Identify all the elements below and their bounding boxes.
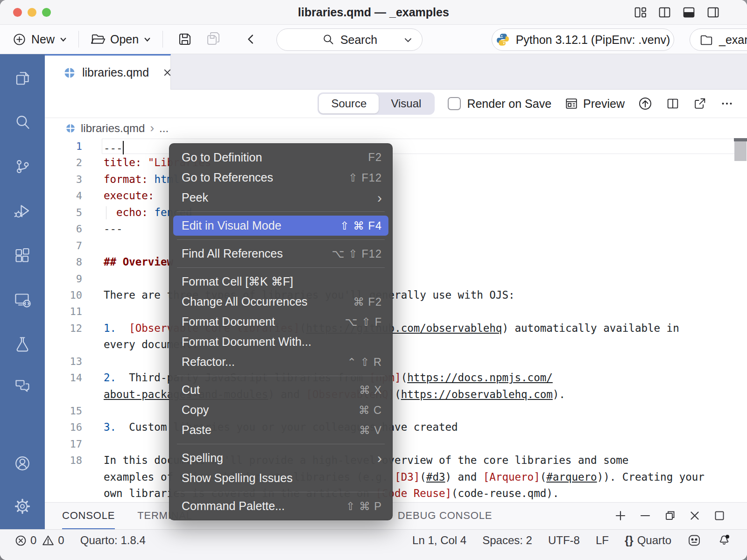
code-row[interactable]: 9 (45, 271, 747, 287)
sidebar-item-comments-icon[interactable] (13, 377, 32, 395)
customize-layout-icon[interactable] (634, 6, 647, 19)
code-row[interactable]: 3format: html (45, 171, 747, 188)
breadcrumb-more[interactable]: ... (159, 122, 169, 135)
new-file-button[interactable]: New (12, 32, 67, 47)
code-row[interactable]: 7 (45, 238, 747, 254)
preview-button[interactable]: Preview (564, 97, 625, 111)
code-row[interactable]: 13 (45, 353, 747, 370)
new-console-plus-icon[interactable] (613, 509, 627, 523)
code-row[interactable]: 11 (45, 303, 747, 320)
menu-item-spelling[interactable]: Spelling› (169, 448, 392, 468)
quarto-version[interactable]: Quarto: 1.8.4 (80, 534, 146, 547)
menu-item-edit-in-visual-mode[interactable]: Edit in Visual Mode⇧ ⌘ F4 (173, 216, 388, 236)
sidebar-item-source-control-icon[interactable] (13, 157, 32, 176)
menu-item-show-spelling-issues[interactable]: Show Spelling Issues (169, 468, 392, 488)
problems-warnings[interactable]: 0 (42, 534, 64, 547)
editor-scrollbar[interactable] (734, 141, 747, 161)
code-row[interactable]: 6--- (45, 221, 747, 237)
save-icon[interactable] (177, 31, 193, 47)
menu-item-change-all-occurrences[interactable]: Change All Occurrences⌘ F2 (169, 292, 392, 312)
submenu-arrow-icon: › (377, 191, 382, 205)
menu-item-find-all-references[interactable]: Find All References⌥ ⇧ F12 (169, 244, 392, 264)
project-selector[interactable]: _examples (690, 28, 747, 51)
interpreter-selector[interactable]: Python 3.12.1 (PipEnv: .venv) (492, 28, 674, 51)
overview-ruler-decoration (734, 138, 747, 141)
chevron-down-icon[interactable] (403, 36, 413, 44)
sidebar-item-run-debug-icon[interactable] (13, 202, 32, 220)
source-mode-button[interactable]: Source (319, 94, 379, 113)
notifications-bell-icon[interactable] (717, 533, 731, 547)
sidebar-item-account-icon[interactable] (13, 454, 32, 473)
menu-item-refactor[interactable]: Refactor...⌃ ⇧ R (169, 352, 392, 372)
cursor-position[interactable]: Ln 1, Col 4 (412, 534, 466, 547)
panel-bar: CONSOLETERMINALDEBUG CONSOLE (45, 502, 747, 529)
tab-libraries-qmd[interactable]: libraries.qmd (45, 54, 171, 90)
language-mode[interactable]: {} Quarto (625, 534, 671, 547)
close-panel-icon[interactable] (688, 509, 702, 523)
open-external-icon[interactable] (693, 97, 707, 111)
menu-item-copy[interactable]: Copy⌘ C (169, 400, 392, 420)
code-row[interactable]: examples of using third-party libraries … (45, 469, 747, 485)
code-row[interactable]: 5 echo: fenced (45, 204, 747, 221)
more-actions-icon[interactable] (720, 97, 734, 111)
sidebar-item-search-icon[interactable] (13, 113, 32, 132)
close-tab-icon[interactable] (162, 67, 173, 78)
context-menu: Go to DefinitionF2Go to References⇧ F12P… (169, 143, 393, 520)
code-row[interactable]: own libraries is covered in the article … (45, 485, 747, 502)
menu-item-format-cell-k-f[interactable]: Format Cell [⌘K ⌘F] (169, 272, 392, 292)
split-editor-icon[interactable] (658, 6, 671, 19)
code-row[interactable]: 8## Overview (45, 254, 747, 270)
code-row[interactable]: 4execute: (45, 188, 747, 204)
menu-item-go-to-definition[interactable]: Go to DefinitionF2 (169, 147, 392, 168)
circle-plus-icon (12, 32, 27, 47)
render-publish-icon[interactable] (638, 96, 653, 111)
code-row[interactable]: 1--- (45, 138, 747, 154)
toggle-secondary-sidebar-icon[interactable] (706, 6, 720, 19)
visual-mode-button[interactable]: Visual (379, 94, 433, 113)
render-on-save-checkbox[interactable] (448, 97, 461, 110)
interpreter-label: Python 3.12.1 (PipEnv: .venv) (516, 33, 670, 47)
sidebar-item-extensions-icon[interactable] (13, 246, 32, 265)
toggle-panel-icon[interactable] (682, 6, 696, 19)
code-row[interactable]: every document. (45, 336, 747, 353)
code-row[interactable]: 15 (45, 403, 747, 419)
feedback-smiley-icon[interactable] (687, 533, 701, 547)
problems-errors[interactable]: 0 (15, 534, 36, 547)
save-all-icon[interactable] (205, 31, 222, 48)
search-input[interactable]: Search (276, 28, 423, 51)
sidebar-item-remote-icon[interactable] (13, 290, 32, 309)
menu-item-format-document[interactable]: Format Document⌥ ⇧ F (169, 312, 392, 332)
panel-tab-debug-console[interactable]: DEBUG CONSOLE (398, 503, 492, 528)
go-back-icon[interactable] (244, 32, 258, 46)
menu-item-go-to-references[interactable]: Go to References⇧ F12 (169, 168, 392, 188)
code-row[interactable]: 10There are three types of libraries you… (45, 287, 747, 303)
tab-label: libraries.qmd (82, 66, 149, 79)
eol-sequence[interactable]: LF (596, 534, 609, 547)
maximize-panel-icon[interactable] (712, 509, 726, 523)
sidebar-item-testing-icon[interactable] (13, 335, 32, 353)
code-row[interactable]: 2title: "Libraries" (45, 154, 747, 171)
menu-item-paste[interactable]: Paste⌘ V (169, 420, 392, 440)
indentation[interactable]: Spaces: 2 (482, 534, 532, 547)
restore-panel-icon[interactable] (663, 509, 677, 523)
code-row[interactable]: 18In this document we'll provide a high-… (45, 452, 747, 469)
code-row[interactable]: 142. Third-party JavaScript libraries fr… (45, 370, 747, 386)
menu-item-cut[interactable]: Cut⌘ X (169, 380, 392, 400)
breadcrumb-file[interactable]: libraries.qmd (81, 122, 145, 135)
panel-tab-console[interactable]: CONSOLE (62, 503, 115, 530)
encoding[interactable]: UTF-8 (548, 534, 580, 547)
sidebar-item-explorer-icon[interactable] (13, 69, 32, 88)
menu-item-format-document-with[interactable]: Format Document With... (169, 332, 392, 352)
code-row[interactable]: 17 (45, 436, 747, 452)
code-row[interactable]: 163. Custom libraries you or your collea… (45, 419, 747, 435)
menu-item-label: Go to References (182, 171, 273, 184)
split-editor-icon[interactable] (666, 97, 680, 111)
open-button[interactable]: Open (90, 32, 151, 47)
code-row[interactable]: 121. [Observable core libraries](https:/… (45, 320, 747, 336)
menu-item-peek[interactable]: Peek› (169, 188, 392, 208)
minimize-panel-icon[interactable] (638, 509, 652, 523)
sidebar-item-settings-icon[interactable] (13, 497, 32, 516)
menu-item-command-palette[interactable]: Command Palette...⇧ ⌘ P (169, 496, 392, 516)
code-area[interactable]: 1---2title: "Libraries"3format: html4exe… (45, 138, 747, 502)
code-row[interactable]: about-packages-and-modules) and [Observa… (45, 386, 747, 403)
